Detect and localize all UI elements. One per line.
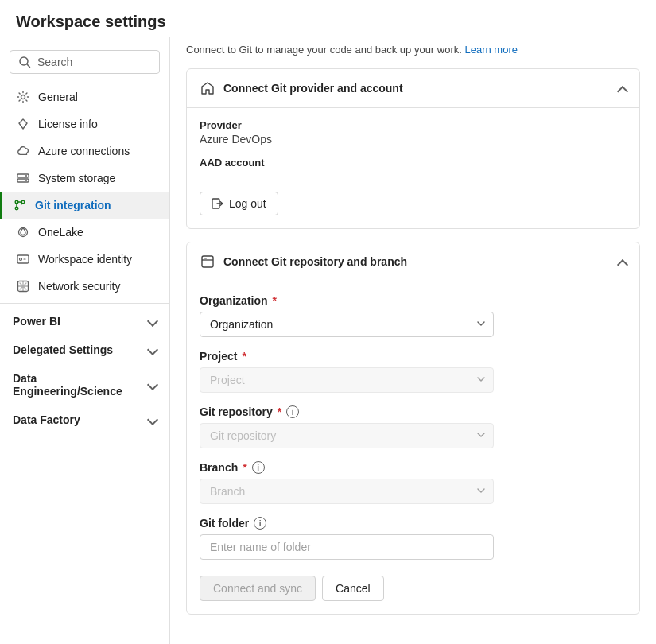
- git-repo-card-header[interactable]: Connect Git repository and branch: [187, 242, 639, 281]
- nav-label-onelake: OneLake: [38, 226, 83, 239]
- section-label-power-bi: Power BI: [13, 315, 60, 328]
- nav-label-general: General: [38, 91, 78, 103]
- git-repo-card-title-group: Connect Git repository and branch: [200, 254, 407, 270]
- field-divider: [200, 180, 627, 180]
- svg-point-6: [25, 180, 27, 181]
- logout-button[interactable]: Log out: [200, 192, 278, 215]
- git-provider-card-header[interactable]: Connect Git provider and account: [187, 69, 639, 107]
- branch-select[interactable]: Branch: [200, 479, 494, 504]
- svg-rect-15: [202, 256, 213, 267]
- organization-required: *: [273, 294, 277, 307]
- organization-select[interactable]: Organization: [200, 312, 494, 337]
- project-form-row: Project * Project: [200, 350, 627, 393]
- gear-icon: [16, 90, 30, 104]
- project-label: Project *: [200, 350, 627, 363]
- git-repo-card-title: Connect Git repository and branch: [223, 255, 407, 268]
- nav-section-power-bi[interactable]: Power BI: [0, 307, 169, 336]
- sidebar-item-license-info[interactable]: License info: [3, 111, 166, 138]
- git-folder-label: Git folder i: [200, 517, 627, 530]
- learn-more-link[interactable]: Learn more: [465, 44, 518, 56]
- aad-account-label: AAD account: [200, 157, 627, 169]
- sidebar-item-system-storage[interactable]: System storage: [3, 165, 166, 192]
- search-icon: [18, 56, 31, 68]
- git-repository-select-wrapper: Git repository: [200, 423, 494, 448]
- provider-value: Azure DevOps: [200, 133, 627, 145]
- branch-form-row: Branch * i Branch: [200, 461, 627, 504]
- sidebar-item-workspace-identity[interactable]: Workspace identity: [3, 246, 166, 273]
- git-icon: [13, 198, 27, 212]
- storage-icon: [16, 171, 30, 185]
- organization-label: Organization *: [200, 294, 627, 307]
- svg-point-12: [20, 258, 22, 261]
- logout-button-label: Log out: [229, 197, 266, 210]
- git-provider-card-title: Connect Git provider and account: [223, 82, 403, 95]
- git-repo-card: Connect Git repository and branch Organi…: [186, 242, 640, 615]
- nav-label-azure-connections: Azure connections: [38, 145, 130, 157]
- nav-label-git-integration: Git integration: [35, 199, 111, 211]
- cloud-icon: [16, 144, 30, 158]
- branch-info-icon[interactable]: i: [252, 461, 265, 474]
- chevron-down-icon: [149, 315, 157, 328]
- git-provider-chevron-up: [619, 82, 627, 95]
- identity-icon: [16, 252, 30, 266]
- svg-line-1: [27, 64, 30, 68]
- nav-section-delegated-settings[interactable]: Delegated Settings: [0, 336, 169, 364]
- sidebar-item-general[interactable]: General: [3, 83, 166, 111]
- logout-icon: [212, 197, 224, 210]
- section-subtitle: Connect to Git to manage your code and b…: [186, 37, 640, 56]
- chevron-down-icon-2: [149, 343, 157, 356]
- section-label-delegated-settings: Delegated Settings: [13, 343, 113, 356]
- chevron-down-icon-4: [149, 413, 157, 426]
- git-provider-card-title-group: Connect Git provider and account: [200, 80, 403, 96]
- page-title: Workspace settings: [16, 13, 640, 31]
- project-select[interactable]: Project: [200, 367, 494, 393]
- git-repository-label: Git repository * i: [200, 405, 627, 418]
- git-provider-icon: [200, 80, 215, 96]
- git-repository-form-row: Git repository * i Git repository: [200, 405, 627, 448]
- provider-label: Provider: [200, 119, 627, 131]
- cancel-button[interactable]: Cancel: [322, 576, 384, 601]
- git-provider-card: Connect Git provider and account Provide…: [186, 68, 640, 229]
- sidebar-item-git-integration[interactable]: Git integration: [0, 192, 169, 219]
- chevron-down-icon-3: [149, 378, 157, 391]
- git-repository-info-icon[interactable]: i: [286, 405, 299, 418]
- nav-label-workspace-identity: Workspace identity: [38, 253, 132, 266]
- git-provider-card-body: Provider Azure DevOps AAD account Log ou…: [187, 107, 639, 228]
- diamond-icon: [16, 117, 30, 131]
- git-repo-icon: [200, 254, 215, 270]
- aad-account-field: AAD account: [200, 157, 627, 169]
- divider-1: [0, 303, 169, 304]
- branch-select-wrapper: Branch: [200, 479, 494, 504]
- network-icon: [16, 279, 30, 293]
- organization-select-wrapper: Organization: [200, 312, 494, 337]
- git-repo-card-body: Organization * Organization: [187, 281, 639, 614]
- search-box[interactable]: Search: [10, 50, 160, 74]
- sidebar-item-onelake[interactable]: OneLake: [3, 219, 166, 246]
- branch-required: *: [243, 461, 246, 474]
- organization-form-row: Organization * Organization: [200, 294, 627, 337]
- form-buttons-row: Connect and sync Cancel: [200, 576, 627, 601]
- sidebar-item-network-security[interactable]: Network security: [3, 273, 166, 300]
- search-placeholder: Search: [37, 56, 72, 68]
- nav-section-data-factory[interactable]: Data Factory: [0, 405, 169, 434]
- provider-field: Provider Azure DevOps: [200, 119, 627, 145]
- nav-label-license-info: License info: [38, 118, 98, 130]
- git-repo-chevron-up: [619, 255, 627, 268]
- main-panel: Connect to Git to manage your code and b…: [170, 37, 656, 644]
- project-required: *: [242, 350, 246, 363]
- nav-section-data-engineering[interactable]: Data Engineering/Science: [0, 364, 169, 405]
- workspace-settings-layout: Workspace settings Search: [0, 0, 656, 644]
- git-folder-input[interactable]: [200, 534, 494, 560]
- connect-and-sync-button[interactable]: Connect and sync: [200, 576, 316, 601]
- git-folder-form-row: Git folder i: [200, 517, 627, 560]
- svg-rect-16: [204, 258, 207, 259]
- git-folder-info-icon[interactable]: i: [254, 517, 266, 530]
- git-repository-select[interactable]: Git repository: [200, 423, 494, 448]
- sidebar: Search General Licens: [0, 37, 170, 644]
- nav-label-system-storage: System storage: [38, 172, 115, 184]
- main-content: Search General Licens: [0, 37, 656, 644]
- svg-point-5: [25, 175, 27, 177]
- sidebar-item-azure-connections[interactable]: Azure connections: [3, 138, 166, 165]
- svg-point-2: [21, 95, 25, 99]
- section-label-data-factory: Data Factory: [13, 413, 80, 426]
